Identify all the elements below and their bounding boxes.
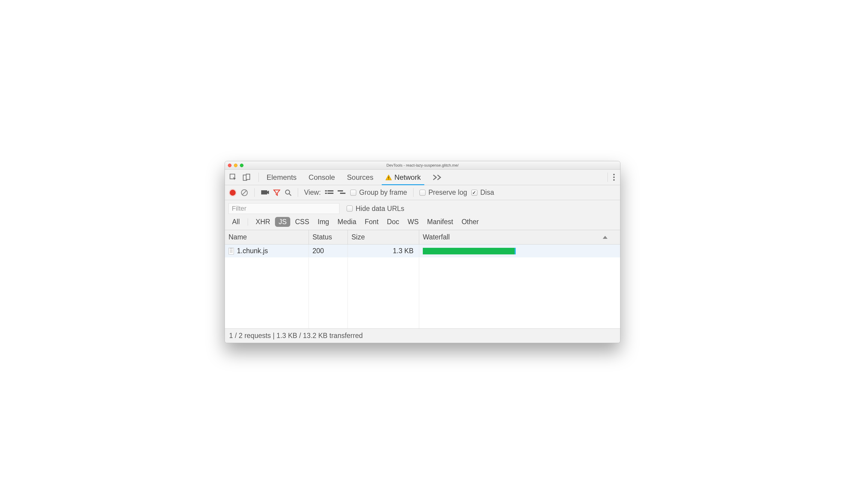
divider bbox=[259, 173, 259, 182]
cell-status: 200 bbox=[309, 245, 348, 257]
divider bbox=[608, 173, 608, 182]
svg-rect-13 bbox=[328, 190, 333, 192]
tab-sources[interactable]: Sources bbox=[341, 169, 379, 185]
svg-rect-3 bbox=[388, 177, 389, 178]
table-header: Name Status Size Waterfall bbox=[225, 230, 620, 245]
network-toolbar: View: Group by frame Preserve log Disa bbox=[225, 185, 620, 200]
view-label: View: bbox=[304, 188, 321, 197]
column-header-waterfall[interactable]: Waterfall bbox=[419, 230, 620, 244]
svg-rect-9 bbox=[261, 190, 267, 195]
record-icon[interactable] bbox=[229, 189, 236, 196]
svg-line-8 bbox=[242, 191, 246, 195]
waterfall-bar bbox=[423, 248, 516, 254]
status-summary: 1 / 2 requests | 1.3 KB / 13.2 KB transf… bbox=[229, 332, 363, 340]
warning-icon bbox=[385, 174, 392, 181]
close-window-button[interactable] bbox=[228, 164, 231, 167]
inspect-element-icon[interactable] bbox=[229, 173, 237, 182]
svg-rect-14 bbox=[325, 193, 327, 194]
checkbox-label: Preserve log bbox=[428, 188, 467, 197]
divider bbox=[254, 188, 254, 197]
more-tabs-button[interactable] bbox=[427, 174, 448, 180]
tab-console[interactable]: Console bbox=[303, 169, 340, 185]
svg-point-5 bbox=[230, 190, 236, 196]
search-icon[interactable] bbox=[285, 189, 292, 196]
table-body: 1.chunk.js 200 1.3 KB bbox=[225, 245, 620, 328]
group-by-frame-checkbox[interactable]: Group by frame bbox=[350, 188, 407, 197]
checkbox-icon bbox=[420, 190, 425, 196]
checkbox-icon bbox=[347, 205, 353, 212]
window-title: DevTools - react-lazy-suspense.glitch.me… bbox=[225, 163, 620, 167]
column-header-name[interactable]: Name bbox=[225, 230, 309, 244]
cell-name: 1.chunk.js bbox=[225, 245, 309, 257]
preserve-log-checkbox[interactable]: Preserve log bbox=[420, 188, 467, 197]
clear-icon[interactable] bbox=[241, 189, 248, 197]
request-name: 1.chunk.js bbox=[237, 247, 268, 255]
svg-rect-2 bbox=[246, 174, 250, 179]
large-rows-icon[interactable] bbox=[325, 190, 333, 196]
type-filter-doc[interactable]: Doc bbox=[383, 217, 403, 227]
checkbox-icon bbox=[350, 190, 356, 196]
svg-point-10 bbox=[285, 190, 290, 194]
type-filter-img[interactable]: Img bbox=[314, 217, 333, 227]
sort-ascending-icon bbox=[603, 236, 608, 239]
filter-row: Hide data URLs bbox=[225, 200, 620, 216]
tab-elements[interactable]: Elements bbox=[261, 169, 302, 185]
column-header-size[interactable]: Size bbox=[348, 230, 419, 244]
svg-line-11 bbox=[289, 194, 291, 196]
checkbox-label: Group by frame bbox=[359, 188, 407, 197]
minimize-window-button[interactable] bbox=[234, 164, 237, 167]
panel-tabs-row: Elements Console Sources Network bbox=[225, 169, 620, 185]
svg-rect-4 bbox=[388, 179, 389, 179]
tab-network[interactable]: Network bbox=[380, 169, 426, 185]
svg-rect-15 bbox=[328, 193, 333, 194]
checkbox-icon bbox=[471, 190, 477, 196]
tab-label: Elements bbox=[267, 173, 297, 182]
divider bbox=[298, 188, 298, 197]
type-filter-ws[interactable]: WS bbox=[404, 217, 422, 227]
type-filter-manifest[interactable]: Manifest bbox=[423, 217, 457, 227]
status-bar: 1 / 2 requests | 1.3 KB / 13.2 KB transf… bbox=[225, 328, 620, 343]
device-toolbar-icon[interactable] bbox=[242, 173, 251, 182]
svg-rect-16 bbox=[338, 190, 343, 192]
checkbox-label: Disa bbox=[480, 188, 494, 197]
waterfall-view-icon[interactable] bbox=[338, 190, 346, 196]
type-filter-all[interactable]: All bbox=[228, 217, 244, 227]
column-header-status[interactable]: Status bbox=[309, 230, 348, 244]
network-table: Name Status Size Waterfall 1.chunk.js 20… bbox=[225, 230, 620, 328]
type-filter-js[interactable]: JS bbox=[275, 217, 290, 227]
disable-cache-checkbox[interactable]: Disa bbox=[471, 188, 494, 197]
divider bbox=[248, 218, 248, 226]
type-filter-css[interactable]: CSS bbox=[292, 217, 313, 227]
window-controls bbox=[228, 164, 244, 167]
capture-screenshots-icon[interactable] bbox=[261, 190, 269, 196]
request-type-filter-row: All XHR JS CSS Img Media Font Doc WS Man… bbox=[225, 216, 620, 230]
tab-label: Console bbox=[309, 173, 335, 182]
tab-label: Sources bbox=[347, 173, 373, 182]
titlebar: DevTools - react-lazy-suspense.glitch.me… bbox=[225, 161, 620, 169]
cell-size: 1.3 KB bbox=[348, 245, 419, 257]
svg-rect-12 bbox=[325, 190, 327, 192]
type-filter-other[interactable]: Other bbox=[458, 217, 482, 227]
table-row[interactable]: 1.chunk.js 200 1.3 KB bbox=[225, 245, 620, 257]
file-icon bbox=[228, 248, 234, 254]
svg-rect-17 bbox=[340, 193, 346, 194]
settings-menu-button[interactable] bbox=[610, 174, 618, 181]
type-filter-font[interactable]: Font bbox=[361, 217, 382, 227]
filter-input[interactable] bbox=[228, 203, 339, 214]
cell-waterfall bbox=[419, 245, 620, 257]
checkbox-label: Hide data URLs bbox=[356, 205, 404, 213]
devtools-window: DevTools - react-lazy-suspense.glitch.me… bbox=[225, 161, 620, 343]
type-filter-media[interactable]: Media bbox=[334, 217, 360, 227]
hide-data-urls-checkbox[interactable]: Hide data URLs bbox=[347, 205, 404, 213]
tab-label: Network bbox=[394, 173, 421, 182]
filter-icon[interactable] bbox=[273, 189, 280, 196]
divider bbox=[413, 188, 413, 197]
zoom-window-button[interactable] bbox=[240, 164, 244, 167]
type-filter-xhr[interactable]: XHR bbox=[252, 217, 274, 227]
